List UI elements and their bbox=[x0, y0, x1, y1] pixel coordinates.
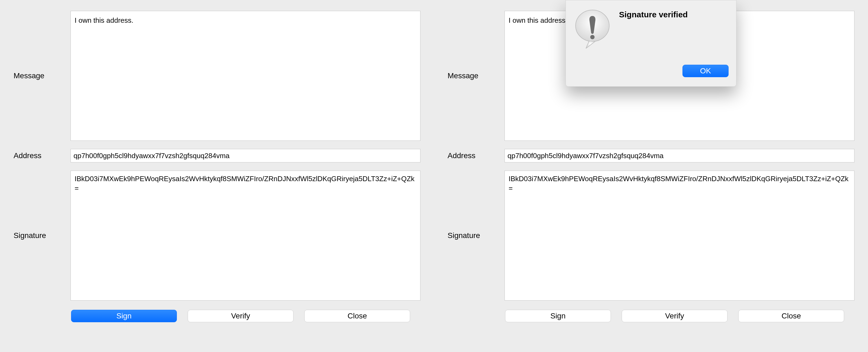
exclamation-icon bbox=[574, 8, 611, 48]
address-label: Address bbox=[13, 151, 62, 160]
dialog-title: Signature verified bbox=[619, 10, 688, 19]
address-input[interactable] bbox=[70, 149, 421, 163]
close-button[interactable]: Close bbox=[738, 310, 844, 322]
signature-label: Signature bbox=[447, 231, 496, 240]
signature-textarea[interactable] bbox=[70, 171, 421, 301]
message-textarea[interactable] bbox=[70, 11, 421, 141]
signature-label: Signature bbox=[13, 231, 62, 240]
close-button[interactable]: Close bbox=[304, 310, 410, 322]
ok-button[interactable]: OK bbox=[682, 65, 728, 77]
sign-verify-panel-right: Message Address Signature Sign Verify Cl… bbox=[434, 0, 868, 352]
message-label: Message bbox=[447, 71, 496, 80]
sign-button[interactable]: Sign bbox=[71, 310, 177, 322]
verify-button[interactable]: Verify bbox=[188, 310, 293, 322]
address-label: Address bbox=[447, 151, 496, 160]
svg-point-1 bbox=[590, 35, 595, 39]
signature-textarea[interactable] bbox=[504, 171, 855, 301]
sign-verify-panel-left: Message Address Signature Sign Verify Cl… bbox=[0, 0, 434, 352]
address-input[interactable] bbox=[504, 149, 855, 163]
signature-verified-dialog: Signature verified OK bbox=[565, 0, 737, 86]
verify-button[interactable]: Verify bbox=[622, 310, 727, 322]
sign-button[interactable]: Sign bbox=[505, 310, 611, 322]
message-label: Message bbox=[13, 71, 62, 80]
